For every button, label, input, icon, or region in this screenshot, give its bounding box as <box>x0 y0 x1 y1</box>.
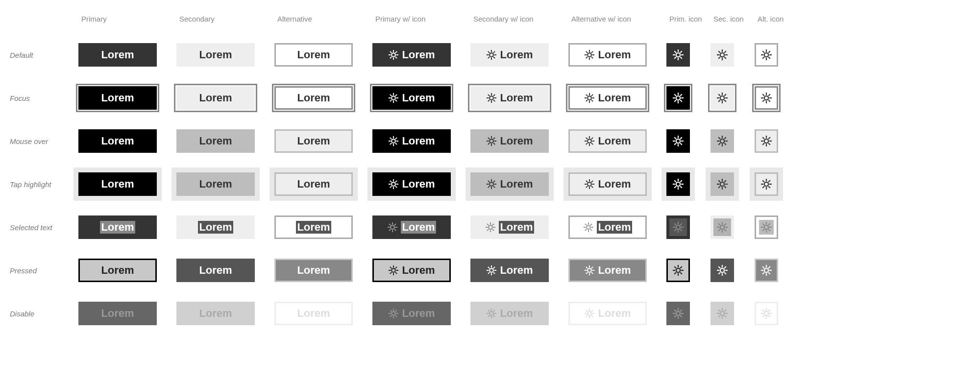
primary-button-with-icon[interactable]: Lorem <box>372 129 451 153</box>
alternative-button[interactable]: Lorem <box>274 43 353 67</box>
gear-icon <box>760 135 772 147</box>
secondary-button[interactable]: Lorem <box>176 129 255 153</box>
gear-icon <box>672 49 684 61</box>
secondary-icon-button[interactable] <box>710 215 734 239</box>
primary-button-with-icon[interactable]: Lorem <box>372 86 451 110</box>
primary-icon-button[interactable] <box>666 43 690 67</box>
secondary-button-with-icon[interactable]: Lorem <box>470 86 549 110</box>
primary-button[interactable]: Lorem <box>78 259 157 282</box>
gear-icon <box>388 49 399 60</box>
secondary-button-with-icon[interactable]: Lorem <box>470 302 549 325</box>
button-label: Lorem <box>402 178 435 191</box>
primary-icon-button[interactable] <box>666 302 690 325</box>
primary-button[interactable]: Lorem <box>78 43 157 67</box>
secondary-icon-button[interactable] <box>710 259 734 282</box>
secondary-button[interactable]: Lorem <box>176 43 255 67</box>
button-label: Lorem <box>598 178 631 191</box>
button-label: Lorem <box>402 48 435 61</box>
gear-icon <box>760 264 772 276</box>
alternative-button-with-icon[interactable]: Lorem <box>568 302 647 325</box>
button-label: Lorem <box>296 221 331 234</box>
secondary-button[interactable]: Lorem <box>176 259 255 282</box>
alternative-icon-button[interactable] <box>755 172 778 196</box>
secondary-button-with-icon[interactable]: Lorem <box>470 259 549 282</box>
alternative-icon-button[interactable] <box>755 129 778 153</box>
primary-button-with-icon[interactable]: Lorem <box>372 43 451 67</box>
alternative-button[interactable]: Lorem <box>274 86 353 110</box>
primary-button[interactable]: Lorem <box>78 302 157 325</box>
primary-button-with-icon[interactable]: Lorem <box>372 215 451 239</box>
button-label: Lorem <box>401 221 436 234</box>
alternative-button[interactable]: Lorem <box>274 215 353 239</box>
secondary-icon-button[interactable] <box>710 172 734 196</box>
alternative-button-with-icon[interactable]: Lorem <box>568 215 647 239</box>
alternative-icon-button[interactable] <box>755 302 778 325</box>
alternative-button-with-icon[interactable]: Lorem <box>568 43 647 67</box>
secondary-button-with-icon[interactable]: Lorem <box>470 129 549 153</box>
button-label: Lorem <box>297 178 330 191</box>
gear-icon <box>760 308 772 319</box>
secondary-icon-button[interactable] <box>710 43 734 67</box>
button-label: Lorem <box>598 135 631 147</box>
button-label: Lorem <box>598 264 631 277</box>
primary-icon-button[interactable] <box>666 215 690 239</box>
gear-icon <box>584 265 595 276</box>
primary-button[interactable]: Lorem <box>78 129 157 153</box>
primary-button[interactable]: Lorem <box>78 172 157 196</box>
secondary-button[interactable]: Lorem <box>176 86 255 110</box>
alternative-icon-button[interactable] <box>755 259 778 282</box>
secondary-button[interactable]: Lorem <box>176 172 255 196</box>
alternative-icon-button[interactable] <box>755 215 778 239</box>
gear-icon <box>672 178 684 190</box>
alternative-button-with-icon[interactable]: Lorem <box>568 129 647 153</box>
column-header: Alt. icon <box>755 15 794 24</box>
primary-button-with-icon[interactable]: Lorem <box>372 172 451 196</box>
primary-button-with-icon[interactable]: Lorem <box>372 302 451 325</box>
alternative-button-with-icon[interactable]: Lorem <box>568 172 647 196</box>
row-label: Mouse over <box>10 137 74 145</box>
secondary-button-with-icon[interactable]: Lorem <box>470 43 549 67</box>
primary-icon-button[interactable] <box>666 129 690 153</box>
gear-icon <box>388 93 399 103</box>
gear-icon <box>485 222 496 233</box>
secondary-button-with-icon[interactable]: Lorem <box>470 215 549 239</box>
secondary-icon-button[interactable] <box>710 86 734 110</box>
primary-button[interactable]: Lorem <box>78 86 157 110</box>
primary-icon-button[interactable] <box>666 172 690 196</box>
button-label: Lorem <box>101 48 134 61</box>
alternative-button[interactable]: Lorem <box>274 259 353 282</box>
row-label: Selected text <box>10 223 74 232</box>
button-label: Lorem <box>199 264 232 277</box>
column-header: Prim. icon <box>666 15 706 24</box>
column-header: Alternative <box>274 15 368 24</box>
column-header: Alternative w/ icon <box>568 15 662 24</box>
alternative-button[interactable]: Lorem <box>274 302 353 325</box>
primary-icon-button[interactable] <box>666 86 690 110</box>
alternative-button-with-icon[interactable]: Lorem <box>568 259 647 282</box>
gear-icon <box>486 49 497 60</box>
button-label: Lorem <box>297 92 330 104</box>
secondary-button[interactable]: Lorem <box>176 215 255 239</box>
button-label: Lorem <box>101 264 134 277</box>
button-label: Lorem <box>297 135 330 147</box>
gear-icon <box>388 308 399 319</box>
alternative-icon-button[interactable] <box>755 86 778 110</box>
alternative-button[interactable]: Lorem <box>274 172 353 196</box>
secondary-button[interactable]: Lorem <box>176 302 255 325</box>
alternative-button-with-icon[interactable]: Lorem <box>568 86 647 110</box>
primary-icon-button[interactable] <box>666 259 690 282</box>
button-label: Lorem <box>500 307 533 320</box>
alternative-icon-button[interactable] <box>755 43 778 67</box>
primary-button-with-icon[interactable]: Lorem <box>372 259 451 282</box>
row-label: Tap highlight <box>10 180 74 189</box>
row-label: Focus <box>10 94 74 102</box>
gear-icon <box>584 308 595 319</box>
secondary-button-with-icon[interactable]: Lorem <box>470 172 549 196</box>
gear-icon <box>716 308 728 319</box>
primary-button[interactable]: Lorem <box>78 215 157 239</box>
secondary-icon-button[interactable] <box>710 302 734 325</box>
column-header: Sec. icon <box>710 15 750 24</box>
alternative-button[interactable]: Lorem <box>274 129 353 153</box>
secondary-icon-button[interactable] <box>710 129 734 153</box>
column-header: Primary <box>78 15 172 24</box>
